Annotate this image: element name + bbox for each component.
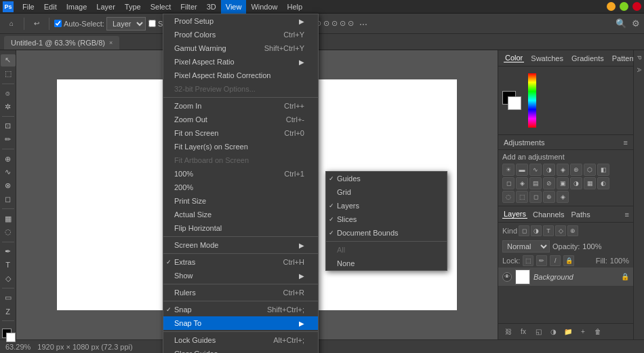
auto-select-check[interactable]: Auto-Select: Layer [54,17,146,31]
extras-item[interactable]: ✓ Extras Ctrl+H [163,255,318,269]
hue-sat-button[interactable]: ⊛ [570,164,582,176]
photo-filter-button[interactable]: ◻ [502,177,515,189]
settings-icon[interactable]: ⚙ [632,18,640,29]
properties-panel-toggle[interactable]: P [636,53,643,62]
filter-type-button[interactable]: T [543,225,554,236]
guides-snap-item[interactable]: ✓ Guides [326,172,447,185]
crop-tool[interactable]: ⊡ [1,120,16,132]
channels-tab[interactable]: Channels [531,210,565,219]
levels-button[interactable]: ▬ [516,164,528,176]
print-size-item[interactable]: Print Size [163,194,318,208]
zoom-tool[interactable]: Z [1,305,16,318]
lock-position-button[interactable]: / [550,255,561,266]
view-menu-dropdown[interactable]: Proof Setup ▶ Proof Colors Ctrl+Y Gamut … [163,14,319,353]
match-color-button[interactable]: ◈ [557,191,569,203]
swatches-tab[interactable]: Swatches [529,54,565,62]
menu-help[interactable]: Help [283,0,308,14]
delete-layer-button[interactable]: 🗑 [592,326,604,338]
layers-snap-item[interactable]: ✓ Layers [326,199,447,212]
proof-setup-item[interactable]: Proof Setup ▶ [163,14,318,28]
lock-guides-item[interactable]: Lock Guides Alt+Ctrl+; [163,333,318,347]
screen-mode-item[interactable]: Screen Mode ▶ [163,238,318,252]
blur-tool[interactable]: ◌ [1,226,16,238]
shape-tool[interactable]: ▭ [1,292,16,304]
gradients-tab[interactable]: Gradients [570,54,605,62]
filter-pixel-button[interactable]: ◻ [519,225,529,236]
pixel-aspect-ratio-correction-item[interactable]: Pixel Aspect Ratio Correction [163,69,318,82]
snap-item[interactable]: ✓ Snap Shift+Ctrl+; [163,303,318,316]
lock-all-button[interactable]: 🔒 [563,255,574,266]
arrow-tool-button[interactable]: ↩ [29,16,44,31]
blend-mode-select[interactable]: Normal [502,240,550,253]
show-transform-checkbox[interactable] [148,20,156,27]
fit-on-screen-item[interactable]: Fit on Screen Ctrl+0 [163,126,318,140]
variations-button[interactable]: ◻ [529,191,542,203]
layer-effects-button[interactable]: fx [517,326,529,338]
fit-artboard-item[interactable]: Fit Artboard on Screen [163,153,318,167]
healing-tool[interactable]: ⊕ [1,153,16,165]
rulers-item[interactable]: Rulers Ctrl+R [163,286,318,299]
background-swatch[interactable] [508,96,521,110]
none-snap-item[interactable]: None [326,257,447,270]
vibrance-button[interactable]: ◈ [557,164,569,176]
close-button[interactable] [632,2,641,11]
menu-3d[interactable]: 3D [202,0,221,14]
fill-value[interactable]: 100% [610,257,629,265]
brightness-contrast-button[interactable]: ☀ [502,164,515,176]
proof-colors-item[interactable]: Proof Colors Ctrl+Y [163,28,318,41]
eraser-tool[interactable]: ◻ [1,193,16,206]
text-tool[interactable]: T [1,259,16,271]
layer-select[interactable]: Layer [106,17,146,31]
more-options-button[interactable]: ··· [359,18,367,29]
desaturate-button[interactable]: ⊕ [543,191,555,203]
gradient-tool[interactable]: ▦ [1,212,16,225]
minimize-button[interactable] [607,2,616,11]
brush-tool[interactable]: ∿ [1,166,16,179]
channel-mixer-button[interactable]: ◈ [516,177,528,189]
exposure-button[interactable]: ◑ [543,164,555,176]
magic-wand-tool[interactable]: ✲ [1,100,16,113]
filter-adjustment-button[interactable]: ◑ [531,225,542,236]
actual-size-item[interactable]: Actual Size [163,208,318,221]
add-adjustment-button[interactable]: ◑ [547,326,559,338]
background-layer[interactable]: 👁 Background 🔒 [498,267,633,286]
lock-image-button[interactable]: ✏ [536,255,547,266]
snap-to-submenu[interactable]: ✓ Guides Grid ✓ Layers ✓ Slices ✓ Docume… [325,171,447,271]
selective-color-button[interactable]: ◐ [597,177,609,189]
lock-transparent-button[interactable]: ⬚ [523,255,534,266]
grid-snap-item[interactable]: Grid [326,185,447,199]
menu-image[interactable]: Image [62,0,92,14]
threshold-button[interactable]: ◑ [570,177,582,189]
menu-view[interactable]: View [221,0,247,14]
pen-tool[interactable]: ✒ [1,246,16,258]
adjustments-panel-toggle[interactable]: A [636,65,643,75]
color-balance-button[interactable]: ⬡ [584,164,596,176]
home-button[interactable]: ⌂ [4,16,19,31]
link-layers-button[interactable]: ⛓ [502,326,515,338]
maximize-button[interactable] [620,2,628,11]
gamut-warning-item[interactable]: Gamut Warning Shift+Ctrl+Y [163,41,318,55]
clear-guides-item[interactable]: Clear Guides [163,347,318,353]
background-color-swatch[interactable] [6,333,16,342]
path-tool[interactable]: ◇ [1,272,16,284]
paths-tab[interactable]: Paths [570,210,592,219]
flip-horizontal-item[interactable]: Flip Horizontal [163,221,318,235]
zoom-in-item[interactable]: Zoom In Ctrl++ [163,99,318,113]
gradient-map-button[interactable]: ▦ [584,177,596,189]
bw-button[interactable]: ◧ [597,164,609,176]
document-tab[interactable]: Untitled-1 @ 63.3% (RGB/8) × [4,36,119,50]
fit-layer-item[interactable]: Fit Layer(s) on Screen [163,140,318,153]
pixel-aspect-ratio-item[interactable]: Pixel Aspect Ratio ▶ [163,55,318,69]
all-snap-item[interactable]: All [326,243,447,257]
menu-layer[interactable]: Layer [92,0,120,14]
hue-slider[interactable] [528,73,536,128]
eyedropper-tool[interactable]: ✏ [1,134,16,146]
menu-file[interactable]: File [18,0,39,14]
menu-window[interactable]: Window [246,0,282,14]
move-tool[interactable]: ↖ [1,54,16,67]
32bit-preview-item[interactable]: 32-bit Preview Options... [163,82,318,96]
filter-shape-button[interactable]: ◇ [555,225,566,236]
slices-snap-item[interactable]: ✓ Slices [326,212,447,226]
show-item[interactable]: Show ▶ [163,269,318,282]
search-icon[interactable]: 🔍 [616,18,626,29]
